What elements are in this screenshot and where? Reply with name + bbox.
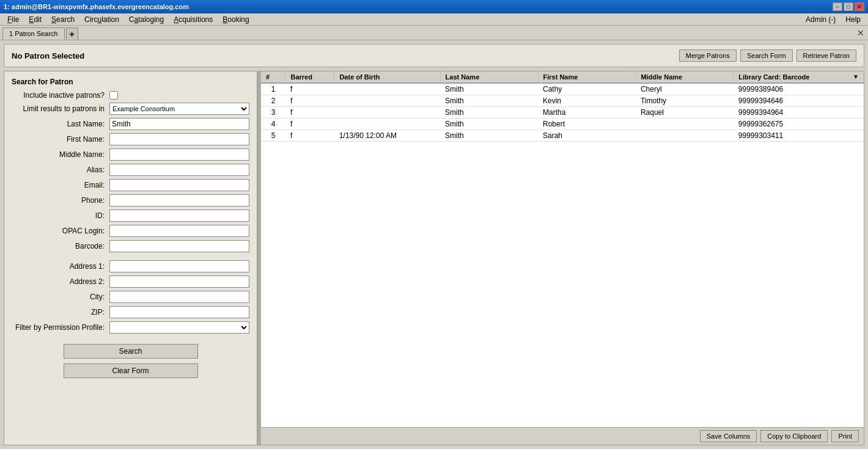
col-header-middle-name[interactable]: Middle Name: [636, 71, 734, 83]
admin-menu[interactable]: Admin (-): [801, 14, 840, 25]
retrieve-patron-button[interactable]: Retrieve Patron: [796, 49, 856, 62]
save-columns-button[interactable]: Save Columns: [700, 430, 757, 442]
menu-search[interactable]: Search: [46, 14, 79, 25]
add-tab-button[interactable]: +: [66, 27, 78, 40]
menu-booking[interactable]: Booking: [218, 14, 254, 25]
table-row[interactable]: 2 f Smith Kevin Timothy 99999394646: [261, 95, 864, 107]
cell-dob: [334, 107, 440, 119]
barcode-input[interactable]: [109, 240, 249, 252]
city-input[interactable]: [109, 291, 249, 303]
menu-file[interactable]: File: [2, 14, 24, 25]
alias-input[interactable]: [109, 164, 249, 176]
close-tab-icon[interactable]: ✕: [857, 28, 864, 38]
cell-barred: f: [285, 130, 334, 142]
table-row[interactable]: 5 f 1/13/90 12:00 AM Smith Sarah 9999930…: [261, 130, 864, 142]
col-header-dob[interactable]: Date of Birth: [334, 71, 440, 83]
include-inactive-row: Include inactive patrons?: [12, 91, 249, 100]
col-header-first-name[interactable]: First Name: [538, 71, 636, 83]
table-row[interactable]: 1 f Smith Cathy Cheryl 99999389406: [261, 83, 864, 95]
limit-results-select[interactable]: Example Consortium: [109, 103, 249, 115]
table-row[interactable]: 4 f Smith Robert 99999362675: [261, 119, 864, 130]
limit-results-row: Limit results to patrons in Example Cons…: [12, 103, 249, 115]
id-input[interactable]: [109, 210, 249, 222]
merge-patrons-button[interactable]: Merge Patrons: [679, 49, 737, 62]
last-name-row: Last Name:: [12, 118, 249, 130]
window-controls: − □ ✕: [833, 2, 864, 11]
cell-first-name: Sarah: [538, 130, 636, 142]
zip-row: ZIP:: [12, 306, 249, 318]
cell-num: 4: [261, 119, 285, 130]
phone-row: Phone:: [12, 194, 249, 206]
col-header-barred[interactable]: Barred: [285, 71, 334, 83]
help-menu[interactable]: Help: [840, 14, 866, 25]
address2-input[interactable]: [109, 276, 249, 288]
email-input[interactable]: [109, 179, 249, 191]
column-options-icon[interactable]: ▼: [853, 73, 859, 80]
search-form-button[interactable]: Search Form: [740, 49, 793, 62]
cell-barcode: 99999394646: [734, 95, 864, 107]
address1-label: Address 1:: [12, 262, 109, 271]
cell-first-name: Martha: [538, 107, 636, 119]
filter-profile-select[interactable]: [109, 321, 249, 334]
col-header-barcode[interactable]: Library Card: Barcode ▼: [734, 71, 864, 83]
last-name-input[interactable]: [109, 118, 249, 130]
cell-last-name: Smith: [440, 95, 538, 107]
cell-last-name: Smith: [440, 83, 538, 95]
cell-barred: f: [285, 107, 334, 119]
tab-patron-search[interactable]: 1 Patron Search: [2, 27, 65, 40]
cell-first-name: Robert: [538, 119, 636, 130]
zip-label: ZIP:: [12, 308, 109, 316]
first-name-label: First Name:: [12, 135, 109, 144]
email-row: Email:: [12, 179, 249, 191]
cell-dob: [334, 83, 440, 95]
cell-num: 1: [261, 83, 285, 95]
header-panel: No Patron Selected Merge Patrons Search …: [4, 44, 864, 67]
zip-input[interactable]: [109, 306, 249, 318]
middle-name-row: Middle Name:: [12, 148, 249, 161]
cell-num: 3: [261, 107, 285, 119]
tab-bar: 1 Patron Search + ✕: [0, 26, 868, 40]
title-bar: 1: admin@BR1-winxpvmfx.phasefx.evergreen…: [0, 0, 868, 13]
col-header-num[interactable]: #: [261, 71, 285, 83]
clear-form-button[interactable]: Clear Form: [64, 363, 198, 378]
cell-dob: [334, 95, 440, 107]
cell-middle-name: Timothy: [636, 95, 734, 107]
id-label: ID:: [12, 211, 109, 220]
first-name-input[interactable]: [109, 133, 249, 145]
close-button[interactable]: ✕: [855, 2, 864, 11]
address1-input[interactable]: [109, 260, 249, 272]
middle-name-input[interactable]: [109, 148, 249, 161]
minimize-button[interactable]: −: [833, 2, 842, 11]
restore-button[interactable]: □: [844, 2, 853, 11]
barcode-row: Barcode:: [12, 240, 249, 252]
cell-barred: f: [285, 83, 334, 95]
opac-login-input[interactable]: [109, 225, 249, 237]
city-row: City:: [12, 291, 249, 303]
address2-label: Address 2:: [12, 277, 109, 286]
include-inactive-checkbox[interactable]: [109, 91, 118, 100]
opac-login-row: OPAC Login:: [12, 225, 249, 237]
filter-profile-label: Filter by Permission Profile:: [12, 323, 109, 332]
body-split: Search for Patron Include inactive patro…: [4, 71, 864, 445]
alias-row: Alias:: [12, 164, 249, 176]
phone-input[interactable]: [109, 194, 249, 206]
search-button[interactable]: Search: [64, 344, 198, 359]
menu-acquisitions[interactable]: Acquisitions: [169, 14, 218, 25]
barcode-label: Barcode:: [12, 242, 109, 250]
cell-dob: [334, 119, 440, 130]
window-title: 1: admin@BR1-winxpvmfx.phasefx.evergreen…: [4, 3, 189, 10]
left-panel: Search for Patron Include inactive patro…: [4, 71, 258, 445]
address1-row: Address 1:: [12, 260, 249, 272]
menu-edit[interactable]: Edit: [24, 14, 46, 25]
copy-to-clipboard-button[interactable]: Copy to Clipboard: [760, 430, 828, 442]
results-table: # Barred Date of Birth Last Name First N…: [261, 71, 864, 142]
menu-circulation[interactable]: Circulation: [79, 14, 124, 25]
middle-name-label: Middle Name:: [12, 150, 109, 159]
table-row[interactable]: 3 f Smith Martha Raquel 99999394964: [261, 107, 864, 119]
cell-first-name: Cathy: [538, 83, 636, 95]
city-label: City:: [12, 293, 109, 301]
col-header-last-name[interactable]: Last Name: [440, 71, 538, 83]
id-row: ID:: [12, 210, 249, 222]
print-button[interactable]: Print: [831, 430, 859, 442]
menu-cataloging[interactable]: Cataloging: [124, 14, 169, 25]
